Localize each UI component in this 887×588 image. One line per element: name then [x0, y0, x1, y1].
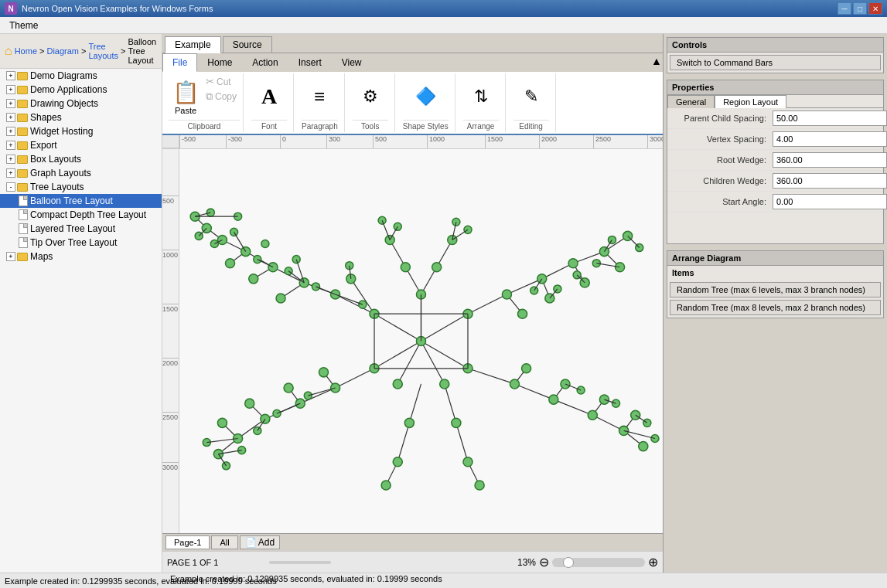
- expand-export[interactable]: +: [6, 141, 15, 150]
- page-icon: [19, 223, 28, 234]
- folder-icon: [17, 72, 28, 80]
- tree-label: Compact Depth Tree Layout: [30, 209, 146, 220]
- ruler-tick: -300: [226, 135, 242, 148]
- zoom-in-icon[interactable]: ⊕: [648, 555, 658, 569]
- tree-item-widget-hosting[interactable]: + Widget Hosting: [0, 124, 162, 138]
- breadcrumb-tree-layouts[interactable]: Tree Layouts: [88, 42, 118, 60]
- zoom-out-icon[interactable]: ⊖: [539, 555, 549, 569]
- add-page-button[interactable]: 📄 Add: [240, 535, 280, 549]
- ribbon-tab-view[interactable]: View: [332, 53, 372, 72]
- paragraph-button[interactable]: ≡: [302, 81, 337, 112]
- editing-button[interactable]: ✎: [513, 81, 549, 112]
- svg-point-141: [464, 226, 472, 233]
- tools-label: Tools: [353, 120, 388, 131]
- minimize-button[interactable]: ─: [838, 2, 851, 15]
- tree-item-tip-over[interactable]: Tip Over Tree Layout: [0, 236, 162, 250]
- start-angle-input[interactable]: [773, 194, 887, 209]
- breadcrumb-home[interactable]: Home: [15, 46, 37, 56]
- svg-point-76: [225, 259, 234, 268]
- props-tab-general[interactable]: General: [667, 95, 715, 108]
- font-button[interactable]: A: [251, 81, 287, 112]
- expand-demo-diagrams[interactable]: +: [6, 71, 15, 80]
- tree-label: Demo Diagrams: [30, 70, 97, 81]
- tree-item-tree-layouts[interactable]: - Tree Layouts: [0, 180, 162, 194]
- svg-point-130: [381, 481, 391, 490]
- expand-box-layouts[interactable]: +: [6, 155, 15, 164]
- svg-point-93: [518, 309, 527, 318]
- ribbon-tab-home[interactable]: Home: [197, 53, 242, 72]
- ribbon-collapse-button[interactable]: ▲: [650, 55, 663, 67]
- menu-theme[interactable]: Theme: [3, 19, 44, 32]
- tree-item-maps[interactable]: + Maps: [0, 250, 162, 263]
- cut-button[interactable]: ✂ Cut: [203, 75, 240, 88]
- tree-label: Widget Hosting: [30, 126, 93, 137]
- page-tabs-bar: Page-1 All 📄 Add: [162, 533, 663, 551]
- tools-button[interactable]: ⚙: [353, 81, 388, 112]
- tree-item-export[interactable]: + Export: [0, 138, 162, 152]
- paragraph-label: Paragraph: [302, 120, 338, 131]
- vertex-spacing-input[interactable]: [773, 131, 887, 147]
- ribbon-tab-action[interactable]: Action: [242, 53, 288, 72]
- tree-label: Balloon Tree Layout: [30, 195, 113, 206]
- switch-command-bars-button[interactable]: Switch to Command Bars: [670, 55, 881, 70]
- ribbon-tab-file[interactable]: File: [162, 53, 197, 72]
- expand-tree-layouts[interactable]: -: [6, 182, 15, 192]
- maximize-button[interactable]: □: [853, 2, 867, 15]
- expand-maps[interactable]: +: [6, 252, 15, 261]
- expand-demo-apps[interactable]: +: [6, 85, 15, 94]
- canvas-wrapper: 500 1000 1500 2000 2500 3000: [162, 149, 663, 533]
- folder-icon: [17, 155, 28, 164]
- tree-item-shapes[interactable]: + Shapes: [0, 110, 162, 124]
- expand-shapes[interactable]: +: [6, 113, 15, 122]
- children-wedge-input[interactable]: [773, 173, 887, 189]
- zoom-area: 13% ⊖ ⊕: [517, 555, 658, 569]
- tree-item-demo-apps[interactable]: + Demo Applications: [0, 83, 162, 97]
- shape-styles-content: 🔷: [408, 75, 443, 118]
- svg-point-140: [452, 218, 460, 226]
- arrange-item-1[interactable]: Random Tree (max 6 levels, max 3 branch …: [670, 282, 881, 297]
- tree-item-balloon-tree[interactable]: Balloon Tree Layout: [0, 194, 162, 208]
- ruler-tick: 500: [373, 135, 387, 148]
- expand-drawing-objects[interactable]: +: [6, 99, 15, 108]
- tree-item-graph-layouts[interactable]: + Graph Layouts: [0, 166, 162, 180]
- parent-child-spacing-input[interactable]: [773, 110, 887, 126]
- svg-point-114: [295, 399, 305, 408]
- page-scroll[interactable]: [269, 561, 331, 564]
- tree-item-layered-tree[interactable]: Layered Tree Layout: [0, 222, 162, 236]
- ruler-tick: 2000: [539, 135, 557, 148]
- folder-icon: [17, 127, 28, 136]
- tree-label: Graph Layouts: [30, 168, 91, 178]
- prop-input-wrap: ▲ ▼: [773, 194, 887, 209]
- tree-item-compact-depth[interactable]: Compact Depth Tree Layout: [0, 208, 162, 222]
- paste-button[interactable]: 📋 Paste: [169, 75, 203, 118]
- expand-widget-hosting[interactable]: +: [6, 127, 15, 136]
- close-button[interactable]: ✕: [868, 2, 882, 15]
- vertical-ruler: 500 1000 1500 2000 2500 3000: [162, 149, 179, 533]
- ruler-tick: 0: [280, 135, 286, 148]
- root-wedge-input[interactable]: [773, 152, 887, 168]
- diagram-canvas[interactable]: [179, 149, 663, 533]
- tab-source[interactable]: Source: [223, 36, 272, 53]
- tab-example[interactable]: Example: [165, 36, 221, 53]
- svg-point-134: [401, 263, 410, 272]
- arrange-item-2[interactable]: Random Tree (max 8 levels, max 2 branch …: [670, 300, 881, 315]
- shape-styles-icon: 🔷: [413, 84, 438, 109]
- shape-styles-button[interactable]: 🔷: [408, 81, 443, 112]
- page-tab-1[interactable]: Page-1: [165, 535, 210, 549]
- props-tab-region-layout[interactable]: Region Layout: [715, 95, 786, 108]
- zoom-slider[interactable]: [552, 558, 645, 567]
- expand-graph-layouts[interactable]: +: [6, 168, 15, 178]
- zoom-percent: 13%: [517, 557, 536, 568]
- tree-item-drawing-objects[interactable]: + Drawing Objects: [0, 97, 162, 110]
- svg-point-131: [452, 418, 461, 427]
- controls-title: Controls: [667, 38, 883, 53]
- tree-item-box-layouts[interactable]: + Box Layouts: [0, 152, 162, 166]
- copy-button[interactable]: ⧉ Copy: [203, 90, 240, 104]
- breadcrumb-diagram[interactable]: Diagram: [46, 46, 79, 56]
- prop-label: Start Angle:: [672, 197, 773, 206]
- ribbon-tab-insert[interactable]: Insert: [288, 53, 332, 72]
- page-tab-all[interactable]: All: [211, 535, 237, 549]
- tree-item-demo-diagrams[interactable]: + Demo Diagrams: [0, 69, 162, 83]
- arrange-button[interactable]: ⇅: [463, 81, 499, 112]
- right-main: Example Source File Home Action Insert V…: [162, 34, 887, 573]
